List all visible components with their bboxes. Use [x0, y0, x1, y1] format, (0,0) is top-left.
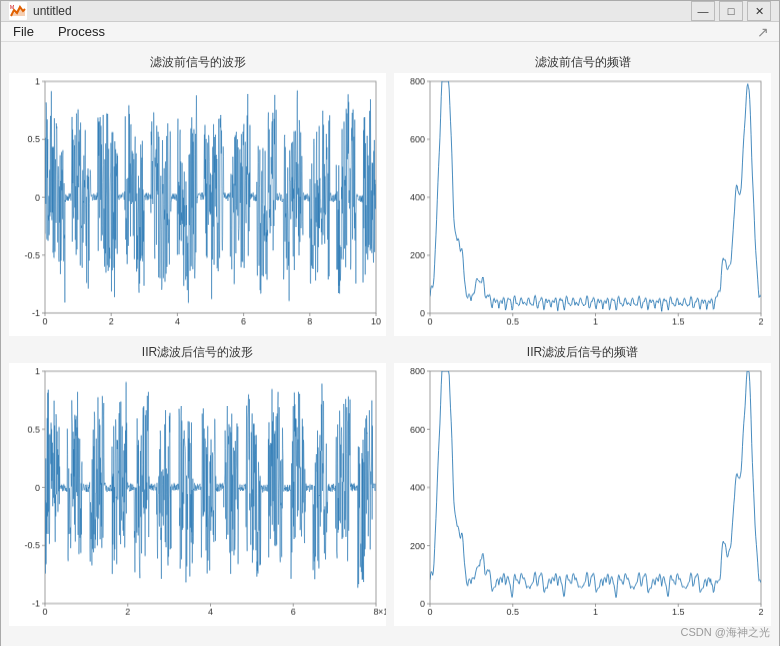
plot-top-right-canvas-wrap: [394, 73, 771, 336]
plot-bottom-right: IIR滤波后信号的频谱: [390, 340, 775, 630]
menu-process[interactable]: Process: [52, 22, 111, 41]
plot-bottom-left: IIR滤波后信号的波形: [5, 340, 390, 630]
main-window: M untitled — □ ✕ File Process ↗ 滤波前信号的波形…: [0, 0, 780, 646]
toolbar-arrow-icon: ↗: [757, 24, 773, 40]
title-bar-controls: — □ ✕: [691, 1, 771, 21]
plot-bottom-right-canvas-wrap: [394, 363, 771, 626]
plot-top-left-canvas-wrap: [9, 73, 386, 336]
plot-area: 滤波前信号的波形 滤波前信号的频谱 IIR滤波后信号的波形 IIR滤波后信号的频…: [1, 42, 779, 646]
canvas-bottom-right: [394, 363, 771, 626]
plot-bottom-right-title: IIR滤波后信号的频谱: [527, 344, 638, 361]
title-bar-left: M untitled: [9, 2, 72, 20]
canvas-top-right: [394, 73, 771, 336]
menu-bar: File Process ↗: [1, 22, 779, 42]
maximize-button[interactable]: □: [719, 1, 743, 21]
plot-bottom-left-title: IIR滤波后信号的波形: [142, 344, 253, 361]
canvas-top-left: [9, 73, 386, 336]
matlab-icon: M: [9, 2, 27, 20]
svg-text:M: M: [10, 4, 14, 10]
menu-file[interactable]: File: [7, 22, 40, 41]
minimize-button[interactable]: —: [691, 1, 715, 21]
title-bar: M untitled — □ ✕: [1, 1, 779, 22]
plot-top-right: 滤波前信号的频谱: [390, 50, 775, 340]
plot-top-left-title: 滤波前信号的波形: [150, 54, 246, 71]
close-button[interactable]: ✕: [747, 1, 771, 21]
canvas-bottom-left: [9, 363, 386, 626]
plot-top-left: 滤波前信号的波形: [5, 50, 390, 340]
watermark: CSDN @海神之光: [681, 625, 770, 640]
plot-top-right-title: 滤波前信号的频谱: [535, 54, 631, 71]
plot-bottom-left-canvas-wrap: [9, 363, 386, 626]
window-title: untitled: [33, 4, 72, 18]
